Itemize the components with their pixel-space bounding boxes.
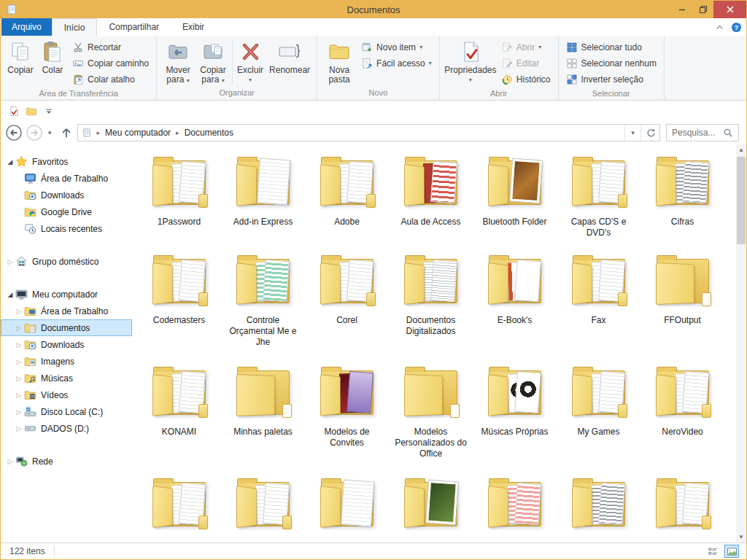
tree-item[interactable]: Imagens bbox=[1, 353, 132, 370]
delete-button[interactable]: Excluir ▾ bbox=[234, 38, 266, 88]
details-view-button[interactable] bbox=[705, 545, 720, 558]
tree-item[interactable]: Grupo doméstico bbox=[1, 253, 132, 270]
folder-item[interactable]: Adobe bbox=[305, 152, 389, 228]
breadcrumb-item-documents[interactable]: Documentos bbox=[185, 128, 233, 138]
folder-item[interactable]: Músicas Próprias bbox=[473, 362, 557, 438]
paste-shortcut-button[interactable]: Colar atalho bbox=[70, 72, 151, 86]
folder-item[interactable] bbox=[137, 474, 221, 538]
tree-item[interactable]: Downloads bbox=[1, 187, 132, 203]
tree-item[interactable]: Documentos bbox=[1, 319, 132, 336]
up-icon[interactable] bbox=[60, 124, 73, 141]
folder-item[interactable]: Capas CD'S e DVD's bbox=[557, 152, 640, 238]
folder-item[interactable]: FFOutput bbox=[640, 251, 724, 326]
close-button[interactable] bbox=[713, 1, 746, 18]
tree-item[interactable]: Meu computador bbox=[1, 286, 132, 303]
folder-item[interactable]: Cifras bbox=[640, 152, 724, 228]
folder-item[interactable]: Documentos Digitalizados bbox=[389, 251, 473, 337]
scroll-up-icon[interactable]: ▲ bbox=[736, 144, 746, 155]
invert-selection-button[interactable]: Inverter seleção bbox=[564, 72, 659, 86]
folder-item[interactable]: Controle Orçamental Me e Jhe bbox=[221, 251, 305, 348]
restore-button[interactable] bbox=[692, 1, 713, 18]
search-input[interactable] bbox=[670, 127, 723, 139]
scrollbar-thumb[interactable] bbox=[737, 157, 746, 244]
expander-icon[interactable] bbox=[5, 458, 15, 465]
ribbon-tab[interactable]: Compartilhar bbox=[97, 18, 171, 36]
tree-item[interactable]: DADOS (D:) bbox=[1, 420, 132, 437]
search-box[interactable] bbox=[666, 124, 739, 141]
ribbon-tab[interactable]: Exibir bbox=[171, 18, 216, 36]
tree-item[interactable]: Vídeos bbox=[1, 386, 132, 403]
expander-icon[interactable] bbox=[14, 392, 24, 399]
open-button[interactable]: Abrir▾ bbox=[499, 40, 553, 54]
tree-item[interactable]: Downloads bbox=[1, 336, 132, 353]
folder-item[interactable] bbox=[221, 474, 305, 538]
expander-icon[interactable] bbox=[5, 158, 15, 166]
copy-button[interactable]: Copiar bbox=[4, 38, 36, 88]
tree-item[interactable]: Músicas bbox=[1, 370, 132, 386]
tree-item[interactable]: Rede bbox=[1, 453, 132, 470]
folder-item[interactable]: Minhas paletas bbox=[221, 362, 305, 438]
folder-item[interactable]: Codemasters bbox=[137, 251, 221, 326]
new-folder-button[interactable]: Nova pasta bbox=[321, 38, 357, 88]
vertical-scrollbar[interactable]: ▲ ▼ bbox=[736, 144, 746, 542]
expander-icon[interactable] bbox=[14, 375, 24, 382]
folder-item[interactable] bbox=[473, 474, 557, 538]
refresh-icon[interactable] bbox=[640, 125, 659, 141]
folder-item[interactable]: My Games bbox=[557, 362, 640, 438]
history-dropdown-icon[interactable]: ▾ bbox=[43, 129, 57, 136]
folder-item[interactable]: Modelos Personalizados do Office bbox=[389, 362, 473, 459]
scroll-down-icon[interactable]: ▼ bbox=[736, 532, 746, 542]
help-icon[interactable]: ? bbox=[731, 22, 742, 33]
folder-item[interactable]: KONAMI bbox=[137, 362, 221, 438]
expander-icon[interactable] bbox=[5, 258, 15, 265]
tab-file[interactable]: Arquivo bbox=[1, 18, 52, 36]
select-all-button[interactable]: Selecionar tudo bbox=[564, 40, 659, 54]
easy-access-button[interactable]: Fácil acesso▾ bbox=[359, 56, 434, 70]
expander-icon[interactable] bbox=[14, 324, 24, 332]
expander-icon[interactable] bbox=[14, 341, 24, 349]
back-icon[interactable] bbox=[5, 124, 23, 141]
copy-path-button[interactable]: Copiar caminho bbox=[70, 56, 151, 70]
minimize-ribbon-icon[interactable] bbox=[714, 22, 725, 33]
address-dropdown-icon[interactable]: ▾ bbox=[624, 125, 640, 141]
ribbon-tab[interactable]: Início bbox=[52, 18, 98, 36]
breadcrumb[interactable]: ▸ Meu computador ▸ Documentos ▾ bbox=[77, 124, 660, 141]
folder-item[interactable]: Bluetooth Folder bbox=[473, 152, 557, 228]
rename-button[interactable]: Renomear bbox=[266, 38, 313, 88]
tree-item[interactable]: Locais recentes bbox=[1, 220, 132, 237]
folder-item[interactable]: Modelos de Convites bbox=[305, 362, 389, 448]
minimize-button[interactable] bbox=[671, 1, 692, 18]
folder-item[interactable] bbox=[389, 474, 473, 538]
forward-icon[interactable] bbox=[26, 124, 43, 141]
qat-new-folder-icon[interactable] bbox=[26, 106, 37, 117]
folder-item[interactable] bbox=[557, 474, 640, 538]
folder-item[interactable]: 1Password bbox=[137, 152, 221, 228]
move-to-button[interactable]: Mover para ▾ bbox=[160, 38, 196, 88]
folder-item[interactable]: Fax bbox=[557, 251, 640, 326]
breadcrumb-item-computer[interactable]: Meu computador bbox=[105, 128, 171, 138]
tree-item[interactable]: Google Drive bbox=[1, 203, 132, 220]
cut-button[interactable]: Recortar bbox=[70, 40, 151, 54]
tree-item[interactable]: Área de Trabalho bbox=[1, 303, 132, 319]
qat-properties-icon[interactable] bbox=[8, 106, 20, 117]
expander-icon[interactable] bbox=[14, 358, 24, 365]
properties-button[interactable]: Propriedades ▾ bbox=[444, 38, 498, 88]
folder-item[interactable]: Add-in Express bbox=[221, 152, 305, 228]
tree-item[interactable]: Área de Trabalho bbox=[1, 170, 132, 187]
expander-icon[interactable] bbox=[14, 408, 24, 416]
new-item-button[interactable]: Novo item▾ bbox=[359, 40, 434, 54]
select-none-button[interactable]: Selecionar nenhum bbox=[564, 56, 659, 70]
folder-item[interactable]: E-Book's bbox=[473, 251, 557, 326]
paste-button[interactable]: Colar bbox=[36, 38, 69, 88]
expander-icon[interactable] bbox=[14, 425, 24, 432]
folder-item[interactable]: Aula de Access bbox=[389, 152, 473, 228]
expander-icon[interactable] bbox=[14, 308, 24, 315]
tree-item[interactable]: Disco Local (C:) bbox=[1, 403, 132, 420]
folder-item[interactable]: NeroVideo bbox=[640, 362, 724, 438]
expander-icon[interactable] bbox=[5, 291, 15, 298]
folder-item[interactable] bbox=[640, 474, 724, 538]
qat-customize-icon[interactable] bbox=[43, 106, 55, 117]
copy-to-button[interactable]: Copiar para ▾ bbox=[196, 38, 231, 88]
edit-button[interactable]: Editar bbox=[499, 56, 553, 70]
folder-item[interactable]: Corel bbox=[305, 251, 389, 326]
